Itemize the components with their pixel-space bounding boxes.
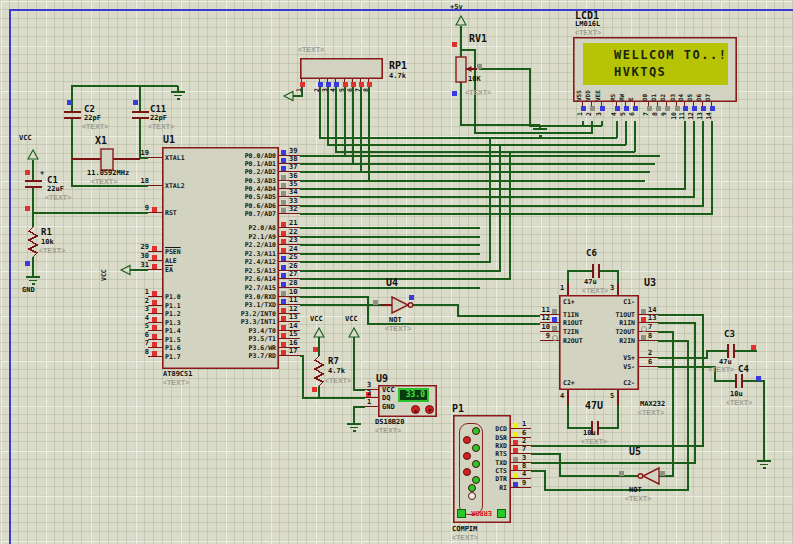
logic-state-square [590,106,595,111]
logic-state-square [281,325,286,330]
pin-stub [148,330,162,331]
status-square [497,509,506,518]
pin-name: VSS [575,75,582,101]
pin-number: 25 [289,253,297,261]
logic-state-square [152,342,157,347]
logic-state-square [281,183,286,188]
pin-number: 14 [289,322,297,330]
pin-number: 39 [289,147,297,155]
pin-name: P2.0/A8 [249,224,276,232]
u4-text-placeholder: <TEXT> [385,325,411,332]
logic-state-square [513,448,518,453]
logic-state-square [701,106,706,111]
pin-stub [148,339,162,340]
u9-ref: U9 [376,373,388,384]
pin-name: P3.6/WR [249,344,276,352]
pin-number: 26 [289,262,297,270]
com-port-compim[interactable]: P1 COMPIM <TEXT> ERROR DCD 1 DSR 6 [453,415,511,523]
pin-number: 34 [289,188,297,196]
pin-number: 2 [585,112,593,116]
mcu-at89c51[interactable]: U1 AT89C51 <TEXT> XTAL1 19 XTAL2 18 RST … [162,147,279,369]
pin-number: 11 [289,296,297,304]
pin-name: P1.0 [165,293,181,301]
pin-number: 4 [329,88,337,92]
c1-text-placeholder: <TEXT> [45,194,71,201]
logic-state-square [552,309,557,314]
logic-state-square [281,208,286,213]
logic-state-square [281,166,286,171]
gnd-label: GND [22,286,35,294]
pin-name: P2.2/A10 [245,241,276,249]
lcd-lm016l[interactable]: LCD1 LM016L <TEXT> WELLCOM TO..! HVKTQS … [573,37,737,102]
pin-number: 1 [131,288,149,296]
logic-state-square [281,191,286,196]
cbig-value: 10u [583,429,596,437]
pin-name: P0.4/AD4 [245,185,276,193]
pin-name: VEE [594,75,601,101]
pin-name: P2.7/A15 [245,284,276,292]
pin-number: 24 [289,245,297,253]
logic-state-square [281,175,286,180]
pin-number: 35 [289,180,297,188]
pin-number: 1 [576,112,584,116]
pin-stub [148,269,162,270]
pin-number: 18 [131,177,149,185]
lcd-line1: WELLCOM TO..! [614,48,727,62]
pin-name: P1.7 [165,353,181,361]
pin-number: 1 [367,398,371,406]
pin-number: 1 [522,420,526,428]
pin-stub [511,453,531,454]
ds18b20-sensor[interactable]: U9 DS18B20 <TEXT> 33.0 ▲ ▼ VCC 3 DQ 2 GN… [378,385,437,417]
pin-name: P1.2 [165,310,181,318]
rv1-text-placeholder: <TEXT> [465,89,491,96]
pin-name: R1IN [619,319,635,327]
pin-number: 5 [619,112,627,116]
u3-corner-c1m: C1- [623,298,635,306]
c4-ref: C4 [738,364,749,374]
pin-stub [148,356,162,357]
temp-down-button[interactable]: ▼ [425,405,434,414]
db9-pin-led [472,427,480,435]
pin-number: 30 [131,252,149,260]
pin-name: P0.1/AD1 [245,160,276,168]
logic-state-square [600,106,605,111]
pin-stub [148,347,162,348]
resistor-pack-rp1[interactable]: RP1 4.7k <TEXT> 1 2 3 4 [300,58,383,79]
max232[interactable]: U3 MAX232 <TEXT> C1+ C1- C2+ C2- 1 3 4 5… [559,295,639,390]
u3-pin5-number: 5 [610,392,614,400]
pin-number: 37 [289,163,297,171]
pin-number: 38 [289,155,297,163]
pin-stub [511,437,531,438]
pin-number: 29 [131,243,149,251]
r1-text-placeholder: <TEXT> [39,247,65,254]
logic-state-square [281,308,286,313]
pin-stub [279,355,300,356]
temp-up-button[interactable]: ▲ [411,405,420,414]
x1-text-placeholder: <TEXT> [91,178,117,185]
c6-text-placeholder: <TEXT> [582,287,608,294]
logic-state-square [552,317,557,322]
u4-ref: U4 [386,277,398,288]
pin-number: 12 [289,305,297,313]
pin-number: 8 [131,348,149,356]
pin-stub [511,478,531,479]
c11-value: 22pF [150,114,167,122]
logic-state-square [326,82,331,87]
pin-name: P1.3 [165,319,181,327]
pin-number: 19 [131,149,149,157]
logic-state-square [581,106,586,111]
rv1-value: 10K [468,75,481,83]
p1-part: COMPIM [452,525,477,533]
pin-name: P2.4/A12 [245,258,276,266]
pin-number: 14 [648,306,656,314]
logic-state-square [692,106,697,111]
u3-text-placeholder: <TEXT> [638,409,664,416]
vcc-label-ea: VCC [100,257,108,281]
pin-name: P2.6/A14 [245,275,276,283]
pin-number: 4 [610,112,618,116]
pin-name: P3.1/TXD [245,301,276,309]
pin-number: 7 [522,445,526,453]
c2-value: 22pF [84,114,101,122]
pin-name: DTR [495,475,507,483]
pin-number: 8 [362,88,370,92]
